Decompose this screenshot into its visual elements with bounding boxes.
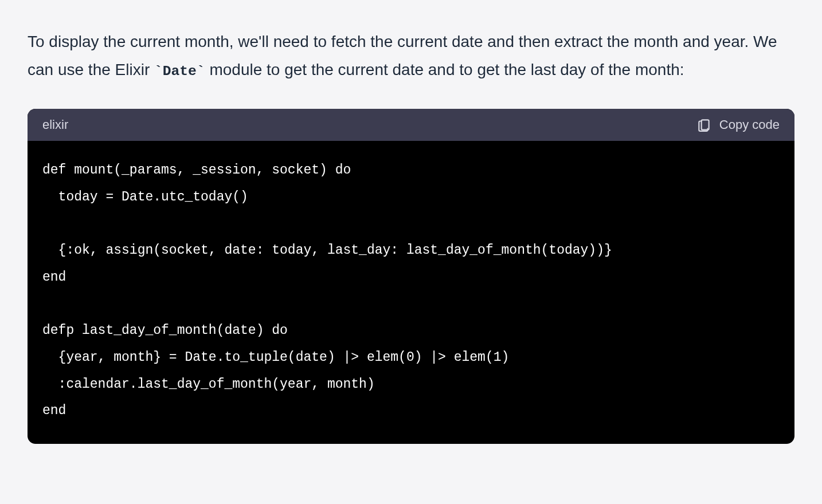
- code-language-label: elixir: [42, 117, 68, 132]
- paragraph: To display the current month, we'll need…: [28, 27, 794, 84]
- copy-code-label: Copy code: [719, 117, 780, 132]
- code-block: elixir Copy code def mount(_params, _ses…: [28, 109, 794, 444]
- clipboard-icon: [696, 117, 711, 132]
- inline-code: `Date`: [154, 63, 205, 79]
- code-content: def mount(_params, _session, socket) do …: [42, 157, 780, 424]
- code-block-header: elixir Copy code: [28, 109, 794, 141]
- code-block-body: def mount(_params, _session, socket) do …: [28, 141, 794, 444]
- prose-text-after: module to get the current date and to ge…: [205, 61, 684, 78]
- article-content: To display the current month, we'll need…: [28, 27, 794, 444]
- copy-code-button[interactable]: Copy code: [696, 117, 780, 132]
